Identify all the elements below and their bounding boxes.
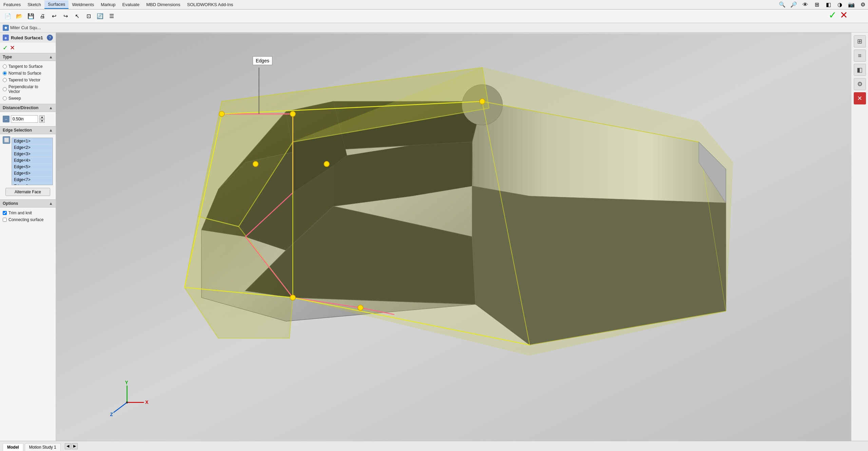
- search-icon[interactable]: 🔍: [777, 0, 787, 9]
- radio-normal[interactable]: Normal to Surface: [3, 70, 53, 77]
- menu-markup[interactable]: Markup: [97, 1, 119, 8]
- save-icon[interactable]: 💾: [26, 12, 36, 21]
- edge-section-content: ⬜ Edge<1> Edge<2> Edge<3> Edge<4> Edge<5…: [0, 134, 56, 199]
- distance-row: ↔ ▲ ▼: [3, 114, 53, 124]
- select-icon[interactable]: ↖: [72, 12, 82, 21]
- svg-point-32: [253, 161, 258, 167]
- confirm-row: ✓ ✕: [0, 43, 56, 53]
- confirm-button[interactable]: ✓: [3, 44, 8, 52]
- radio-perpendicular[interactable]: Perpendicular toVector: [3, 83, 53, 95]
- svg-point-30: [290, 111, 295, 117]
- tab-motion-study[interactable]: Motion Study 1: [25, 443, 61, 451]
- distance-collapse-arrow: ▲: [49, 105, 53, 110]
- type-collapse-arrow: ▲: [49, 55, 53, 59]
- open-icon[interactable]: 📂: [14, 12, 24, 21]
- distance-icon: ↔: [3, 116, 9, 122]
- section-view-icon[interactable]: ◑: [835, 0, 845, 9]
- right-btn-3[interactable]: ◧: [854, 64, 866, 76]
- svg-point-33: [324, 161, 329, 167]
- options-section-label: Options: [3, 201, 18, 206]
- radio-tapered-input[interactable]: [3, 78, 7, 82]
- nav-prev-btn[interactable]: ◀: [65, 443, 71, 449]
- menu-evaluate[interactable]: Evaluate: [119, 1, 143, 8]
- svg-text:X: X: [145, 399, 149, 405]
- alternate-face-button[interactable]: Alternate Face: [5, 188, 50, 196]
- undo-icon[interactable]: ↩: [49, 12, 59, 21]
- redo-icon[interactable]: ↪: [60, 12, 71, 21]
- right-btn-2[interactable]: ≡: [854, 50, 866, 62]
- svg-text:Z: Z: [110, 412, 113, 417]
- menu-features[interactable]: Features: [0, 1, 24, 8]
- model-svg: X Y Z: [56, 33, 851, 441]
- edge-section-header[interactable]: Edge Selection ▲: [0, 126, 56, 134]
- edge-item-5[interactable]: Edge<5>: [12, 164, 53, 170]
- right-close-btn[interactable]: ✕: [854, 92, 866, 104]
- svg-point-35: [358, 305, 363, 310]
- face-select-icon[interactable]: ⬜: [3, 136, 10, 144]
- radio-sweep-input[interactable]: [3, 96, 7, 100]
- radio-tapered[interactable]: Tapered to Vector: [3, 77, 53, 83]
- radio-tangent-input[interactable]: [3, 64, 7, 68]
- nav-next-btn[interactable]: ▶: [72, 443, 78, 449]
- edge-item-4[interactable]: Edge<4>: [12, 157, 53, 164]
- edge-list[interactable]: Edge<1> Edge<2> Edge<3> Edge<4> Edge<5> …: [12, 138, 53, 185]
- view-icon[interactable]: 👁: [800, 0, 810, 9]
- radio-sweep[interactable]: Sweep: [3, 95, 53, 102]
- menu-sketch[interactable]: Sketch: [24, 1, 44, 8]
- view-options-icon[interactable]: ⊞: [812, 0, 822, 9]
- distance-section-label: Distance/Direction: [3, 105, 38, 110]
- distance-input[interactable]: [11, 115, 38, 123]
- tab-model[interactable]: Model: [3, 443, 23, 451]
- zoom-icon[interactable]: 🔎: [789, 0, 799, 9]
- right-panel: ⊞ ≡ ◧ ⚙ ✕: [851, 33, 868, 441]
- radio-normal-label: Normal to Surface: [8, 71, 41, 76]
- panel-icon: ◈: [3, 35, 9, 41]
- settings-icon[interactable]: ⚙: [858, 0, 868, 9]
- edge-collapse-arrow: ▲: [49, 128, 53, 133]
- edge-item-7[interactable]: Edge<7>: [12, 177, 53, 183]
- connecting-surface-checkbox[interactable]: [3, 218, 7, 222]
- distance-section-header[interactable]: Distance/Direction ▲: [0, 104, 56, 112]
- distance-up-btn[interactable]: ▲: [39, 115, 45, 119]
- trim-knit-checkbox[interactable]: [3, 211, 7, 215]
- print-icon[interactable]: 🖨: [37, 12, 47, 21]
- new-icon[interactable]: 📄: [3, 12, 13, 21]
- radio-normal-input[interactable]: [3, 71, 7, 75]
- trim-knit-label: Trim and knit: [8, 211, 32, 215]
- trim-knit-row[interactable]: Trim and knit: [3, 210, 53, 216]
- camera-icon[interactable]: 📷: [846, 0, 856, 9]
- radio-tangent[interactable]: Tangent to Surface: [3, 63, 53, 70]
- right-btn-1[interactable]: ⊞: [854, 35, 866, 47]
- viewport[interactable]: X Y Z Edges: [56, 33, 851, 441]
- edge-item-1[interactable]: Edge<1>: [12, 138, 53, 144]
- topright-x[interactable]: ✕: [840, 9, 848, 21]
- type-section-header[interactable]: Type ▲: [0, 53, 56, 61]
- svg-text:Y: Y: [125, 380, 128, 385]
- options-section-content: Trim and knit Connecting surface: [0, 208, 56, 225]
- distance-down-btn[interactable]: ▼: [39, 119, 45, 123]
- right-btn-4[interactable]: ⚙: [854, 78, 866, 90]
- menu-solidworks-addins[interactable]: SOLIDWORKS Add-Ins: [184, 1, 237, 8]
- edge-item-6[interactable]: Edge<6>: [12, 170, 53, 177]
- svg-point-29: [219, 111, 225, 117]
- connecting-surface-row[interactable]: Connecting surface: [3, 216, 53, 223]
- edge-item-3[interactable]: Edge<3>: [12, 151, 53, 157]
- panel-header: ◈ Ruled Surface1 ?: [0, 33, 56, 43]
- edge-item-8[interactable]: Edge<8>: [12, 183, 53, 185]
- radio-sweep-label: Sweep: [8, 96, 21, 101]
- menu-surfaces[interactable]: Surfaces: [44, 0, 69, 9]
- menu-weldments[interactable]: Weldments: [69, 1, 97, 8]
- display-style-icon[interactable]: ◧: [823, 0, 833, 9]
- options-section-header[interactable]: Options ▲: [0, 199, 56, 208]
- svg-point-31: [480, 99, 485, 104]
- topright-check[interactable]: ✓: [829, 9, 836, 21]
- edge-item-2[interactable]: Edge<2>: [12, 144, 53, 151]
- zoom-fit-icon[interactable]: ⊡: [83, 12, 94, 21]
- help-icon[interactable]: ?: [47, 35, 53, 41]
- radio-perpendicular-input[interactable]: [3, 87, 7, 91]
- menu-mbd-dimensions[interactable]: MBD Dimensions: [143, 1, 184, 8]
- options-icon[interactable]: ☰: [107, 12, 117, 21]
- cancel-button[interactable]: ✕: [10, 44, 15, 52]
- breadcrumb-icon: ◆: [3, 25, 9, 31]
- rotate-icon[interactable]: 🔄: [95, 12, 105, 21]
